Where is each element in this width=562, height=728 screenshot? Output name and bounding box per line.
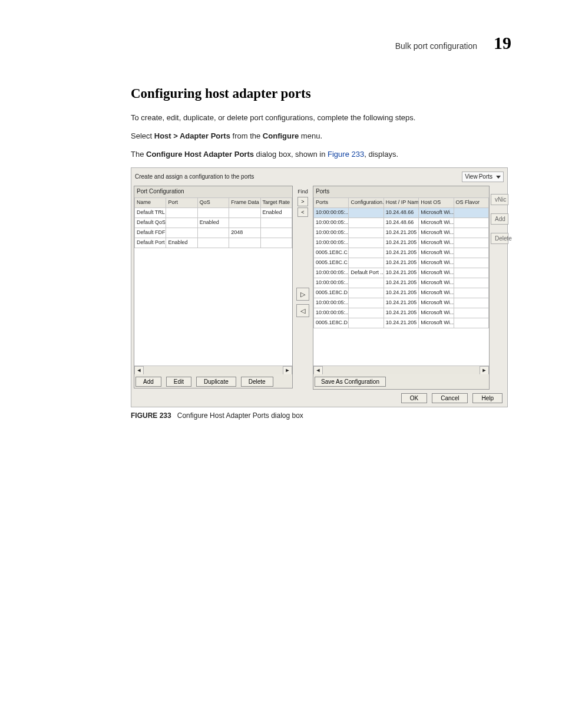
table-row[interactable]: Default Port ...Enabled: [135, 238, 292, 248]
table-row[interactable]: 10:00:00:05:...10.24.21.205Microsoft Wi.…: [314, 278, 489, 288]
port-configuration-table[interactable]: NamePortQoSFrame Data ...Target Rate Def…: [134, 197, 292, 248]
duplicate-button[interactable]: Duplicate: [196, 377, 236, 387]
section-title: Bulk port configuration: [395, 41, 477, 51]
side-delete-button[interactable]: Delete: [491, 233, 508, 244]
side-add-button[interactable]: Add: [491, 213, 508, 225]
ok-button[interactable]: OK: [401, 393, 427, 403]
port-configuration-panel: Port Configuration NamePortQoSFrame Data…: [134, 186, 293, 388]
intro-paragraph: To create, edit, duplicate, or delete po…: [131, 113, 515, 124]
assign-right-button[interactable]: ▷: [296, 288, 309, 301]
find-label: Find: [297, 188, 308, 196]
table-row[interactable]: 10:00:00:05:...10.24.21.205Microsoft Wi.…: [314, 228, 489, 238]
view-dropdown[interactable]: View Ports: [462, 172, 504, 183]
column-header[interactable]: Host / IP Name: [384, 197, 418, 207]
figure-link[interactable]: Figure 233: [328, 150, 364, 159]
save-as-configuration-button[interactable]: Save As Configuration: [315, 377, 386, 387]
table-row[interactable]: 10:00:00:05:...10.24.48.66Microsoft Wi..…: [314, 207, 489, 218]
table-row[interactable]: 10:00:00:05:...Default Port ...10.24.21.…: [314, 268, 489, 278]
scroll-left-icon[interactable]: ◄: [134, 366, 144, 374]
scroll-right-icon[interactable]: ►: [480, 366, 489, 374]
chevron-down-icon: [496, 176, 501, 179]
column-header[interactable]: Configuration...: [349, 197, 384, 207]
help-button[interactable]: Help: [472, 393, 503, 403]
delete-button[interactable]: Delete: [241, 377, 273, 387]
table-row[interactable]: 0005.1E8C.C...10.24.21.205Microsoft Wi..…: [314, 248, 489, 258]
figure-caption: FIGURE 233 Configure Host Adapter Ports …: [131, 411, 515, 421]
table-row[interactable]: Default QoS ...Enabled: [135, 218, 292, 228]
cancel-button[interactable]: Cancel: [432, 393, 468, 403]
table-row[interactable]: 10:00:00:05:...10.24.21.205Microsoft Wi.…: [314, 238, 489, 248]
table-row[interactable]: 0005.1E8C.C...10.24.21.205Microsoft Wi..…: [314, 258, 489, 268]
dialog-instruction: Create and assign a configuration to the…: [135, 173, 254, 182]
column-header[interactable]: Name: [135, 197, 166, 207]
configure-host-adapter-ports-dialog: Create and assign a configuration to the…: [131, 167, 508, 407]
column-header[interactable]: Ports: [314, 197, 349, 207]
table-row[interactable]: 10:00:00:05:...10.24.48.66Microsoft Wi..…: [314, 218, 489, 228]
page-header: Bulk port configuration 19: [47, 33, 515, 53]
edit-button[interactable]: Edit: [166, 377, 191, 387]
column-header[interactable]: Host OS: [419, 197, 454, 207]
table-row[interactable]: 0005.1E8C.D...10.24.21.205Microsoft Wi..…: [314, 288, 489, 298]
find-next-icon[interactable]: >: [297, 197, 308, 206]
table-row[interactable]: 0005.1E8C.D...10.24.21.205Microsoft Wi..…: [314, 318, 489, 328]
table-row[interactable]: 10:00:00:05:...10.24.21.205Microsoft Wi.…: [314, 308, 489, 318]
scroll-left-icon[interactable]: ◄: [313, 366, 323, 374]
scroll-right-icon[interactable]: ►: [283, 366, 292, 374]
column-header[interactable]: Frame Data ...: [229, 197, 260, 207]
page-heading: Configuring host adapter ports: [131, 84, 515, 103]
column-header[interactable]: OS Flavor: [454, 197, 488, 207]
chapter-number: 19: [494, 33, 511, 53]
vnic-button[interactable]: vNic: [491, 194, 508, 205]
add-button[interactable]: Add: [135, 377, 161, 387]
find-prev-icon[interactable]: <: [297, 207, 308, 217]
column-header[interactable]: Target Rate: [260, 197, 292, 207]
ports-table[interactable]: PortsConfiguration...Host / IP NameHost …: [313, 197, 489, 328]
column-header[interactable]: Port: [166, 197, 197, 207]
ports-panel-title: Ports: [313, 186, 489, 197]
horizontal-scrollbar[interactable]: ◄ ►: [134, 365, 292, 374]
port-configuration-title: Port Configuration: [134, 186, 292, 197]
figure-reference-paragraph: The Configure Host Adapter Ports dialog …: [131, 149, 515, 160]
column-header[interactable]: QoS: [197, 197, 229, 207]
ports-panel: Ports PortsConfiguration...Host / IP Nam…: [313, 186, 490, 390]
table-row[interactable]: Default FDFS...2048: [135, 228, 292, 238]
step-paragraph: Select Host > Adapter Ports from the Con…: [131, 131, 515, 142]
table-row[interactable]: Default TRL ...Enabled: [135, 207, 292, 218]
horizontal-scrollbar[interactable]: ◄ ►: [313, 365, 489, 374]
table-row[interactable]: 10:00:00:05:...10.24.21.205Microsoft Wi.…: [314, 298, 489, 308]
assign-left-button[interactable]: ◁: [296, 304, 309, 317]
